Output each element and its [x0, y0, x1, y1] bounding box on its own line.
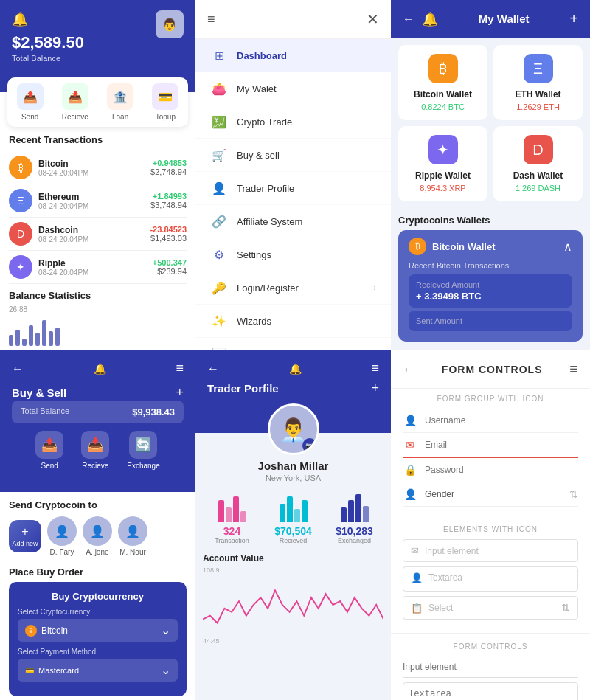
chevron-down-icon: ⌄ [161, 663, 170, 677]
send-crypto-section: Send Cryptocoin to + Add new 👤 D. Fary 👤… [0, 492, 195, 561]
nav-item-dashboard[interactable]: ⊞ Dashboard [195, 39, 391, 72]
bitcoin-icon: ₿ [428, 54, 458, 83]
plain-input-element[interactable] [403, 656, 578, 678]
nav-label: Settings [237, 249, 271, 260]
add-icon[interactable]: + [371, 381, 379, 396]
bell-icon[interactable]: 🔔 [12, 11, 28, 27]
panel-main-dashboard: 🔔 ≡ 👨 $2,589.50 Total Balance 📤 Send 📥 R… [0, 0, 195, 350]
chevron-up-down-icon[interactable]: ⇅ [569, 488, 578, 500]
tx-date: 08-24 20:04PM [38, 235, 150, 243]
wallet-name: Bitcoin Wallet [414, 89, 472, 100]
nav-label: Trader Profile [237, 183, 294, 194]
login-icon: 🔑 [210, 279, 228, 297]
action-loan[interactable]: 🏦 Loan [98, 83, 143, 121]
crypto-trade-icon: 💹 [210, 113, 228, 131]
camera-icon[interactable]: 📷 [302, 438, 317, 453]
account-value-chart: Account Value 108.9 44.45 [195, 550, 391, 648]
nav-item-charts[interactable]: 📊 Charts [195, 338, 391, 350]
chevron-down-icon: ⌄ [161, 623, 170, 637]
contact-ajone[interactable]: 👤 A. jone [83, 516, 112, 556]
bell-icon[interactable]: 🔔 [289, 363, 302, 375]
wizards-icon: ✨ [210, 312, 228, 330]
table-row: Ξ Ethereum 08-24 20:04PM +1.84993 $3,748… [9, 184, 187, 218]
buy-order-section: Place Buy Order Buy Cryptocurrency Selec… [0, 561, 195, 700]
chart-bar [15, 330, 20, 346]
bell-icon[interactable]: 🔔 [94, 363, 106, 375]
nav-label: Wizards [237, 316, 271, 327]
back-arrow-icon[interactable]: ← [403, 363, 414, 376]
tx-info-xrp: Ripple 08-24 20:04PM [38, 258, 153, 277]
email-field: ✉ [403, 433, 578, 458]
menu-icon[interactable]: ≡ [371, 361, 379, 376]
elements-title: ELEMENTS WITH ICON [403, 525, 578, 533]
bitcoin-wallet-card[interactable]: ₿ Bitcoin Wallet 0.8224 BTC [398, 45, 487, 120]
stats-title: Balance Statistics [9, 290, 187, 301]
menu-icon[interactable]: ≡ [569, 361, 578, 378]
bar [302, 500, 308, 522]
action-label: Recieve [82, 462, 108, 470]
wallet-amount: 0.8224 BTC [421, 103, 465, 111]
bar [355, 494, 361, 522]
nav-item-affiliate[interactable]: 🔗 Affiliate System [195, 205, 391, 238]
close-icon[interactable]: ✕ [367, 10, 379, 28]
accordion-left: ₿ Bitcoin Wallet [409, 238, 495, 255]
select-element[interactable]: 📋 Select ⇅ [403, 596, 578, 620]
action-send[interactable]: 📤 Send [35, 431, 63, 470]
buy-sell-actions: 📤 Send 📥 Recieve 🔄 Exchange [12, 431, 184, 470]
contact-dfary[interactable]: 👤 D. Fary [47, 516, 77, 556]
bitcoin-wallet-accordion[interactable]: ₿ Bitcoin Wallet ∧ Recent Bitcoin Transa… [398, 230, 583, 342]
menu-icon[interactable]: ≡ [176, 361, 184, 376]
nav-item-crypto-trade[interactable]: 💹 Crypto Trade [195, 105, 391, 139]
tx-change: +500.347 [153, 258, 187, 267]
action-send[interactable]: 📤 Send [7, 83, 52, 121]
nav-item-wizards[interactable]: ✨ Wizards [195, 305, 391, 338]
back-arrow-icon[interactable]: ← [12, 362, 24, 375]
add-wallet-icon[interactable]: + [569, 10, 578, 27]
email-input[interactable] [425, 440, 578, 450]
add-icon[interactable]: + [176, 385, 184, 401]
xrp-wallet-card[interactable]: ✦ Ripple Wallet 8,954.3 XRP [398, 126, 487, 201]
balance-statistics: Balance Statistics 26.88 [0, 284, 195, 350]
nav-item-trader-profile[interactable]: 👤 Trader Profile [195, 172, 391, 205]
header-left: ← 🔔 [403, 11, 438, 27]
action-receive[interactable]: 📥 Recieve [52, 83, 97, 121]
xrp-icon: ✦ [9, 255, 32, 279]
nav-item-buy-sell[interactable]: 🛒 Buy & sell [195, 139, 391, 172]
password-input[interactable] [425, 465, 578, 475]
tx-amount-btc: +0.94853 $2,748.94 [150, 159, 187, 176]
nav-item-wallet[interactable]: 👛 My Walet [195, 72, 391, 105]
eth-wallet-card[interactable]: Ξ ETH Wallet 1.2629 ETH [493, 45, 583, 120]
payment-method-select[interactable]: 💳 Mastercard ⌄ [18, 659, 178, 682]
action-topup[interactable]: 💳 Topup [143, 83, 188, 121]
tx-name: Ethereum [38, 192, 150, 202]
settings-icon: ⚙ [210, 246, 228, 263]
add-contact-button[interactable]: + Add new [9, 520, 41, 552]
bell-icon[interactable]: 🔔 [422, 11, 438, 27]
bar [341, 507, 347, 522]
back-arrow-icon[interactable]: ← [207, 362, 219, 375]
dash-wallet-card[interactable]: D Dash Wallet 1.269 DASH [493, 126, 583, 201]
tx-value: $239.94 [153, 267, 187, 276]
buy-sell-icon: 🛒 [210, 146, 228, 164]
topup-icon: 💳 [152, 83, 178, 110]
affiliate-icon: 🔗 [210, 212, 228, 230]
stat-exchanged: $10,283 Exchanged [325, 493, 384, 544]
contact-mnour[interactable]: 👤 M. Nour [118, 516, 148, 556]
header-top-row: ← 🔔 ≡ [207, 361, 379, 376]
nav-item-settings[interactable]: ⚙ Settings [195, 238, 391, 271]
action-receive[interactable]: 📥 Recieve [81, 431, 109, 470]
hamburger-icon[interactable]: ≡ [207, 12, 215, 27]
balance-value: $9,938.43 [132, 406, 175, 417]
cryptocurrency-select[interactable]: ₿ Bitcoin ⌄ [18, 619, 178, 642]
back-arrow-icon[interactable]: ← [403, 13, 414, 26]
tx-date: 08-24 20:04PM [38, 169, 150, 177]
username-input[interactable] [425, 415, 578, 426]
add-new-label: Add new [12, 540, 38, 547]
avatar: 👤 [83, 516, 112, 546]
action-exchange[interactable]: 🔄 Exchange [127, 431, 159, 470]
nav-item-login[interactable]: 🔑 Login/Register › [195, 271, 391, 305]
panel-my-wallet: ← 🔔 My Wallet + ₿ Bitcoin Wallet 0.8224 … [391, 0, 590, 350]
plain-textarea-element[interactable] [403, 682, 578, 700]
tx-change: +1.84993 [150, 192, 187, 201]
bar [287, 496, 293, 522]
